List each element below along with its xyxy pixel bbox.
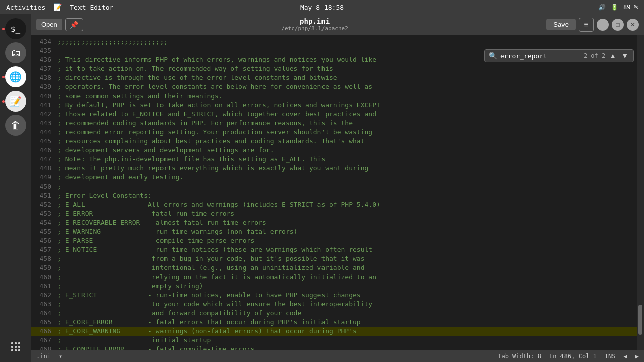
cursor-position: Ln 486, Col 1 [549,353,597,360]
table-row: 458; from a bug in your code, but it's p… [31,254,644,263]
table-row: 459; intentional (e.g., using an uniniti… [31,263,644,273]
line-number: 460 [31,273,57,282]
menu-button[interactable]: ≡ [579,18,594,32]
line-content: ; [57,182,61,191]
svg-rect-0 [11,342,13,344]
status-bar: .ini ▾ Tab Width: 8 Ln 486, Col 1 INS ◀ … [31,350,644,362]
line-content: ; resources complaining about best pract… [57,137,364,146]
minimize-button[interactable]: – [597,19,609,31]
line-content: ; those related to E_NOTICE and E_STRICT… [57,110,376,119]
line-content: ; empty string) [57,282,203,291]
line-content: ; Error Level Constants: [57,191,152,200]
save-button[interactable]: Save [546,19,576,30]
app-name: Text Editor [70,4,113,11]
scroll-left-icon[interactable]: ◀ [624,353,627,360]
line-content: ; initial startup [57,336,211,345]
svg-rect-4 [15,346,17,348]
line-number: 468 [31,345,57,350]
line-content: ; E_CORE_WARNING - warnings (non-fatal e… [57,327,357,336]
search-count: 2 of 2 [584,52,605,59]
line-number: 447 [31,155,57,164]
sidebar-icon-text-editor[interactable]: 📝 [5,90,26,112]
table-row: 449; development and early testing. [31,173,644,182]
svg-rect-1 [15,342,17,344]
table-row: 445; resources complaining about best pr… [31,137,644,146]
filetype-indicator[interactable]: .ini [36,353,51,360]
open-button[interactable]: Open [36,19,62,30]
line-content: ; E_STRICT - run-time notices, enable to… [57,291,361,300]
table-row: 447; Note: The php.ini-development file … [31,155,644,164]
line-content: ; means it pretty much reports everythin… [57,164,368,173]
sidebar-icon-trash[interactable]: 🗑 [5,115,26,136]
line-content: ; E_COMPILE_ERROR - fatal compile-time e… [57,345,254,350]
scroll-right-icon[interactable]: ▶ [635,353,639,360]
line-number: 467 [31,336,57,345]
search-icon: 🔍 [489,52,497,60]
table-row: 455; E_WARNING - run-time warnings (non-… [31,227,644,236]
line-content: ; recommended coding standards in PHP. F… [57,119,353,128]
svg-rect-5 [18,346,20,348]
maximize-button[interactable]: □ [612,19,624,31]
search-overlay: 🔍 2 of 2 ▲ ▼ [484,49,634,62]
line-number: 454 [31,218,57,227]
table-row: 446; development servers and development… [31,146,644,155]
line-number: 452 [31,200,57,209]
filepath: /etc/php/8.1/apache2 [87,25,543,32]
table-row: 457; E_NOTICE - run-time notices (these … [31,245,644,254]
table-row: 439; operators. The error level constant… [31,82,644,92]
battery-level: 89 % [623,4,638,11]
svg-rect-3 [11,346,13,348]
close-button[interactable]: ✕ [627,19,639,31]
table-row: 468; E_COMPILE_ERROR - fatal compile-tim… [31,345,644,350]
line-content: ; to your code which will ensure the bes… [57,300,372,309]
line-content: ; E_PARSE - compile-time parse errors [57,236,254,245]
line-content: ; directive is through the use of the er… [57,73,337,82]
sidebar-icon-terminal[interactable]: $_ [5,18,26,39]
table-row: 466; E_CORE_WARNING - warnings (non-fata… [31,327,644,336]
line-content: ; E_NOTICE - run-time notices (these are… [57,245,372,254]
sidebar-icon-files[interactable]: 🗂 [5,42,26,63]
table-row: 453; E_ERROR - fatal run-time errors [31,209,644,218]
table-row: 454; E_RECOVERABLE_ERROR - almost fatal … [31,218,644,227]
line-content: ;;;;;;;;;;;;;;;;;;;;;;;;;;;; [57,37,168,46]
line-content: ; E_CORE_ERROR - fatal errors that occur… [57,318,361,327]
sidebar-icon-chrome[interactable]: 🌐 [5,66,26,87]
activities-label[interactable]: Activities [6,4,45,11]
line-number: 464 [31,309,57,318]
svg-rect-8 [18,349,20,351]
line-content: ; from a bug in your code, but it's poss… [57,254,364,263]
line-number: 465 [31,318,57,327]
table-row: 463; to your code which will ensure the … [31,300,644,309]
line-content: ; it to take action on. The recommended … [57,64,333,73]
line-number: 437 [31,64,57,73]
app-icon: 📝 [53,3,62,11]
sidebar-grid-icon[interactable] [7,338,25,356]
line-content: ; development and early testing. [57,173,183,182]
line-number: 463 [31,300,57,309]
line-content: ; This directive informs PHP of which er… [57,55,376,64]
table-row: 465; E_CORE_ERROR - fatal errors that oc… [31,318,644,327]
tab-width[interactable]: Tab Width: 8 [498,353,541,360]
chevron-down-icon: ▾ [59,353,62,360]
editor-area: Open 📌 php.ini /etc/php/8.1/apache2 Save… [31,14,644,362]
table-row: 437; it to take action on. The recommend… [31,64,644,73]
line-number: 444 [31,128,57,137]
table-row: 440; some common settings and their mean… [31,92,644,101]
line-number: 445 [31,137,57,146]
svg-rect-7 [15,349,17,351]
line-number: 435 [31,46,57,55]
line-number: 448 [31,164,57,173]
search-input[interactable] [500,52,581,60]
filename: php.ini [87,17,543,26]
line-number: 440 [31,92,57,101]
editor-content[interactable]: 434;;;;;;;;;;;;;;;;;;;;;;;;;;;;435436; T… [31,35,644,350]
search-next-button[interactable]: ▼ [620,52,629,60]
search-prev-button[interactable]: ▲ [608,52,617,60]
svg-rect-2 [18,342,20,344]
line-number: 466 [31,327,57,336]
table-row: 460; relying on the fact it is automatic… [31,273,644,282]
pin-button[interactable]: 📌 [65,18,83,31]
table-row: 464; and forward compatibility of your c… [31,309,644,318]
line-number: 453 [31,209,57,218]
line-number: 442 [31,110,57,119]
